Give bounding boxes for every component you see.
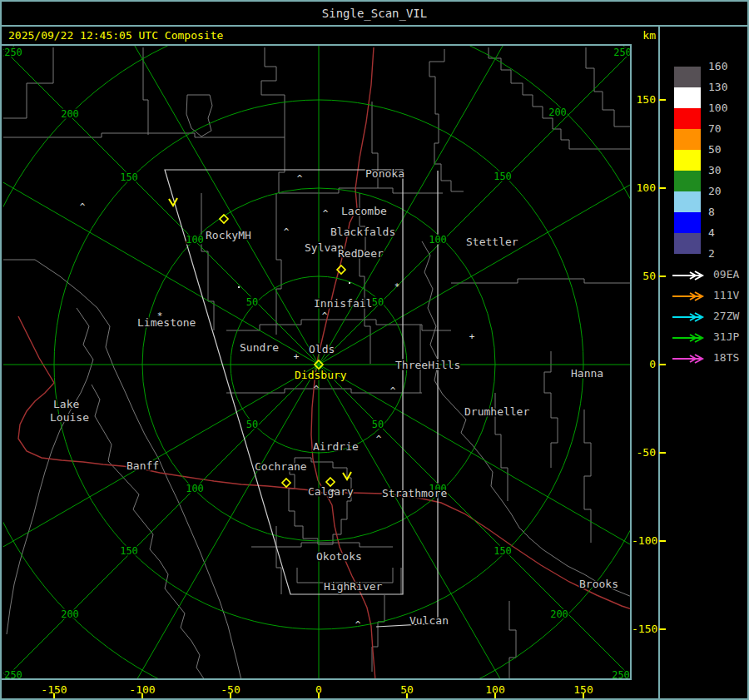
caret-marker-icon: ^ xyxy=(322,310,328,321)
caret-marker-icon: ^ xyxy=(297,173,303,184)
track-arrow-icon xyxy=(671,332,709,344)
asterisk-marker-icon: * xyxy=(157,310,163,321)
legend-color-block xyxy=(674,233,701,254)
legend-color-block xyxy=(674,150,701,171)
ring-distance-label: 100 xyxy=(429,234,447,246)
radar-site-diamond-icon xyxy=(282,479,290,487)
track-id-label: 27ZW xyxy=(713,310,739,322)
ring-distance-label: 250 xyxy=(4,47,22,58)
town-label: Lake xyxy=(53,398,79,410)
ring-distance-label: 100 xyxy=(186,234,204,246)
county-boundary xyxy=(544,351,558,468)
town-label: Innisfail xyxy=(314,297,372,310)
town-label: Stettler xyxy=(466,236,518,248)
ring-distance-label: 50 xyxy=(246,419,258,430)
county-boundary xyxy=(92,385,205,678)
plus-marker-icon: + xyxy=(294,351,300,362)
town-label: Cochrane xyxy=(255,460,307,473)
right-axis-tick xyxy=(659,628,666,630)
legend-color-block xyxy=(674,212,701,233)
window-title: Single_Scan_VIL xyxy=(322,7,427,20)
town-label: Vulcan xyxy=(409,614,449,627)
county-boundary xyxy=(3,47,285,137)
bottom-axis-tick xyxy=(318,693,320,698)
legend-scale-value: 100 xyxy=(708,102,742,114)
legend-scale-value: 4 xyxy=(708,227,742,239)
town-label: Didsbury xyxy=(295,369,347,381)
ring-distance-label: 200 xyxy=(61,608,79,620)
legend-scale-value: 8 xyxy=(708,206,742,218)
town-label: Sundre xyxy=(240,341,279,354)
window-title-bar: Single_Scan_VIL xyxy=(2,2,747,25)
town-label: Lacombe xyxy=(341,205,387,217)
town-label: RedDeer xyxy=(338,247,384,260)
track-id-label: 111V xyxy=(713,290,739,301)
scan-timestamp: 2025/09/22 12:45:05 UTC Composite xyxy=(8,29,223,42)
bottom-axis-tick xyxy=(230,693,231,698)
legend-scale-value: 2 xyxy=(708,248,742,260)
track-arrow-icon xyxy=(671,270,709,281)
county-boundary xyxy=(584,410,591,543)
town-label: Brooks xyxy=(579,578,618,590)
caret-marker-icon: ^ xyxy=(376,434,382,444)
radar-window: Single_Scan_VIL 2025/09/22 12:45:05 UTC … xyxy=(0,0,749,700)
azimuth-radial-120 xyxy=(86,46,319,365)
dot-marker-icon xyxy=(238,286,240,288)
bottom-axis-tick xyxy=(53,693,55,698)
legend-color-block xyxy=(674,171,701,191)
ring-distance-label: 150 xyxy=(494,545,512,557)
legend-scale-value: 130 xyxy=(708,82,742,93)
legend-color-block xyxy=(674,191,701,212)
ring-distance-label: 150 xyxy=(120,545,138,557)
right-axis-label: -100 xyxy=(632,534,656,548)
county-boundary xyxy=(226,320,451,330)
town-label: HighRiver xyxy=(324,580,383,593)
right-axis-tick xyxy=(659,99,666,101)
ring-distance-label: 150 xyxy=(494,171,512,182)
track-id-label: 31JP xyxy=(713,331,739,343)
legend-scale-value: 50 xyxy=(708,144,742,156)
town-label: Hanna xyxy=(571,367,603,380)
county-boundary xyxy=(429,49,464,191)
ring-distance-label: 200 xyxy=(548,107,567,118)
track-arrow-icon xyxy=(671,353,709,365)
right-axis-label: 50 xyxy=(632,270,656,283)
track-arrow-icon xyxy=(671,311,709,323)
town-label: Blackfalds xyxy=(330,226,395,238)
caret-marker-icon: ^ xyxy=(323,208,329,219)
asterisk-marker-icon: * xyxy=(394,281,400,292)
county-boundary xyxy=(489,47,630,149)
bottom-axis-tick xyxy=(583,693,584,698)
county-boundary xyxy=(7,308,93,634)
azimuth-radial-240 xyxy=(86,365,319,678)
legend-scale-value: 20 xyxy=(708,186,742,197)
track-arrow-icon xyxy=(671,290,709,302)
legend-scale-value: 30 xyxy=(708,165,742,176)
track-id-label: 18TS xyxy=(713,352,739,364)
right-axis-label: 100 xyxy=(632,181,656,195)
caret-marker-icon: ^ xyxy=(314,384,320,395)
town-label: Banff xyxy=(126,459,159,472)
county-boundary xyxy=(509,601,516,678)
bottom-axis-tick xyxy=(406,693,408,698)
town-label: Louise xyxy=(50,411,89,424)
plus-marker-icon: + xyxy=(469,331,475,342)
caret-marker-icon: ^ xyxy=(390,385,396,396)
ring-distance-label: 150 xyxy=(120,171,138,183)
town-label: Drumheller xyxy=(464,405,529,418)
town-label: RockyMH xyxy=(206,229,251,241)
right-axis-label: 150 xyxy=(632,93,656,107)
town-label: Okotoks xyxy=(316,550,362,563)
town-label: Airdrie xyxy=(313,440,359,453)
legend-color-block xyxy=(674,67,701,87)
ring-distance-label: 50 xyxy=(372,419,384,430)
county-boundary xyxy=(422,241,630,597)
right-axis-label: -50 xyxy=(632,446,656,459)
right-axis-tick xyxy=(659,276,666,277)
county-boundary xyxy=(201,193,214,330)
county-boundary xyxy=(279,137,443,193)
town-label: Limestone xyxy=(137,316,196,329)
ring-distance-label: 100 xyxy=(186,483,204,494)
ring-distance-label: 250 xyxy=(4,669,22,678)
radar-map-canvas[interactable]: 5050505010010010010015015015015020020020… xyxy=(3,46,630,678)
